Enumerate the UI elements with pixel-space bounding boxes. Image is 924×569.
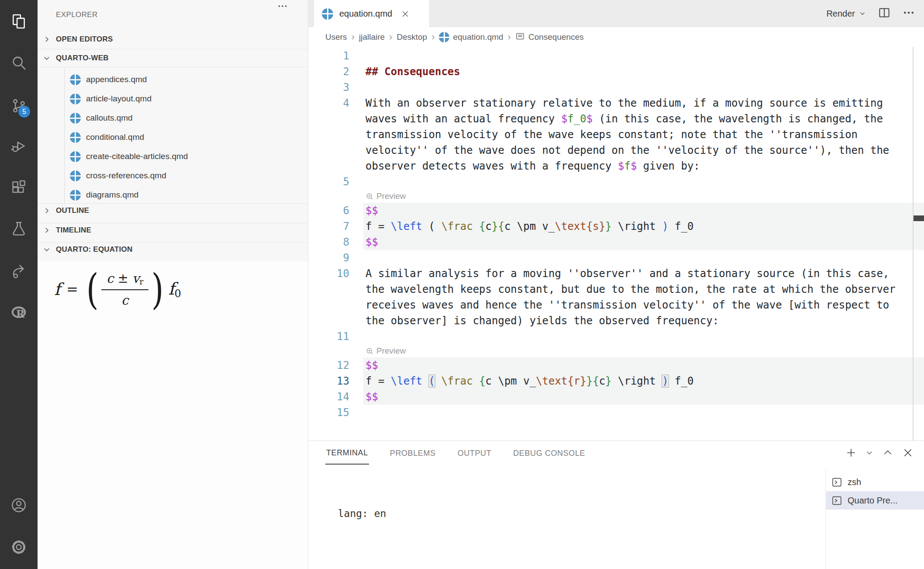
code-text[interactable]: transmission velocity of the wave keeps … bbox=[363, 127, 924, 142]
code-text[interactable]: the wavelength keeps constant, but due t… bbox=[363, 281, 924, 297]
codelens-preview[interactable]: Preview bbox=[363, 344, 924, 357]
code-row: 7f = \left ( \frac {c}{c \pm v_\text{s}}… bbox=[308, 219, 924, 234]
file-name: cross-references.qmd bbox=[86, 171, 166, 180]
tab-output[interactable]: OUTPUT bbox=[457, 443, 493, 464]
breadcrumb-jjallaire[interactable]: jjallaire bbox=[359, 32, 385, 42]
file-name: conditional.qmd bbox=[86, 132, 144, 142]
code-token: f_0 bbox=[669, 375, 694, 387]
file-list: appendices.qmdarticle-layout.qmdcallouts… bbox=[38, 70, 308, 205]
breadcrumb-users[interactable]: Users bbox=[325, 32, 347, 42]
code-text[interactable]: $$ bbox=[363, 234, 924, 250]
code-text[interactable]: f = \left ( \frac {c \pm v_\text{r}}{c} … bbox=[363, 373, 924, 389]
code-text[interactable] bbox=[363, 174, 924, 190]
code-text[interactable]: receives waves and hence the ''transmiss… bbox=[363, 297, 924, 313]
quarto-file-icon bbox=[70, 151, 81, 162]
code-text[interactable]: the observer] is changed) yields the obs… bbox=[363, 313, 924, 329]
line-number: 3 bbox=[308, 80, 349, 95]
section-timeline[interactable]: TIMELINE bbox=[38, 224, 308, 237]
codelens-preview[interactable]: Preview bbox=[363, 190, 924, 203]
scrollbar-track[interactable] bbox=[913, 47, 914, 441]
tab-problems[interactable]: PROBLEMS bbox=[389, 443, 437, 464]
file-item[interactable]: article-layout.qmd bbox=[38, 89, 308, 108]
section-quarto-equation[interactable]: QUARTO: EQUATION bbox=[38, 243, 308, 256]
testing-icon[interactable] bbox=[0, 217, 38, 241]
code-row: transmission velocity of the wave keeps … bbox=[308, 127, 924, 142]
breadcrumb-symbol[interactable]: Consequences bbox=[515, 31, 584, 43]
code-text[interactable] bbox=[363, 329, 924, 344]
render-button[interactable]: Render bbox=[826, 9, 866, 19]
code-token: ) bbox=[662, 220, 668, 232]
maximize-panel-icon[interactable] bbox=[882, 447, 893, 460]
code-row: 10A similar analysis for a moving ''obse… bbox=[308, 266, 924, 281]
code-text[interactable]: observer detects waves with a frequency … bbox=[363, 158, 924, 174]
quarto-file-icon bbox=[70, 113, 81, 124]
chevron-right-icon bbox=[43, 226, 51, 234]
code-text[interactable]: With an observer stationary relative to … bbox=[363, 95, 924, 111]
code-text[interactable]: $$ bbox=[363, 389, 924, 405]
live-share-icon[interactable] bbox=[0, 259, 38, 284]
code-text[interactable] bbox=[363, 250, 924, 266]
chevron-right-icon: › bbox=[508, 31, 511, 43]
code-token: $$ bbox=[365, 359, 378, 371]
file-item[interactable]: conditional.qmd bbox=[38, 128, 308, 147]
code-text[interactable]: waves with an actual frequency $f_0$ (in… bbox=[363, 111, 924, 127]
search-icon[interactable] bbox=[0, 51, 38, 75]
explorer-icon[interactable] bbox=[0, 9, 38, 34]
r-language-icon[interactable]: R bbox=[0, 301, 38, 325]
breadcrumb-desktop[interactable]: Desktop bbox=[396, 32, 427, 42]
terminal-output[interactable]: lang: en Output created: equation.html W… bbox=[326, 483, 519, 569]
source-control-icon[interactable]: 5 bbox=[0, 94, 38, 118]
tab-equation-qmd[interactable]: equation.qmd bbox=[314, 0, 430, 28]
settings-gear-icon[interactable] bbox=[0, 535, 38, 559]
code-text[interactable]: $$ bbox=[363, 203, 924, 219]
quarto-file-icon bbox=[322, 8, 333, 20]
code-token: ( bbox=[422, 220, 441, 232]
file-item[interactable]: appendices.qmd bbox=[38, 70, 308, 89]
code-token: transmission velocity of the wave keeps … bbox=[365, 128, 858, 141]
chevron-right-icon: › bbox=[431, 31, 434, 43]
right-paren: ) bbox=[152, 272, 164, 307]
code-text[interactable]: A similar analysis for a moving ''observ… bbox=[363, 266, 924, 281]
file-name: callouts.qmd bbox=[86, 113, 133, 123]
more-actions-icon[interactable] bbox=[902, 6, 915, 21]
terminal-instance-item[interactable]: zsh bbox=[826, 473, 924, 491]
run-debug-icon[interactable] bbox=[0, 134, 38, 158]
terminal-instance-item[interactable]: Quarto Pre... bbox=[826, 491, 924, 510]
close-icon[interactable] bbox=[399, 8, 411, 20]
code-row: waves with an actual frequency $f_0$ (in… bbox=[308, 111, 924, 127]
line-number bbox=[308, 158, 349, 174]
explorer-more-actions-icon[interactable] bbox=[275, 1, 290, 11]
split-editor-icon[interactable] bbox=[878, 6, 891, 21]
tab-debug-console[interactable]: DEBUG CONSOLE bbox=[512, 443, 586, 464]
code-text[interactable]: $$ bbox=[363, 357, 924, 373]
line-number: 14 bbox=[308, 389, 349, 405]
chevron-right-icon: › bbox=[389, 31, 392, 43]
code-text[interactable] bbox=[363, 80, 924, 95]
terminal-dropdown-icon[interactable] bbox=[865, 449, 873, 458]
source-control-badge: 5 bbox=[18, 106, 30, 118]
extensions-icon[interactable] bbox=[0, 175, 38, 200]
breadcrumb-file[interactable]: equation.qmd bbox=[439, 32, 503, 42]
code-text[interactable]: f = \left ( \frac {c}{c \pm v_\text{s}} … bbox=[363, 219, 924, 234]
line-number: 6 bbox=[308, 203, 349, 219]
code-text[interactable]: ## Consequences bbox=[363, 64, 924, 80]
section-open-editors[interactable]: OPEN EDITORS bbox=[38, 33, 308, 46]
line-number: 7 bbox=[308, 219, 349, 234]
code-text[interactable]: velocity'' of the wave does not depend o… bbox=[363, 142, 924, 158]
section-outline[interactable]: OUTLINE bbox=[38, 204, 308, 217]
code-text[interactable] bbox=[363, 48, 924, 64]
new-terminal-icon[interactable] bbox=[845, 447, 857, 460]
file-item[interactable]: create-citeable-articles.qmd bbox=[38, 147, 308, 166]
file-item[interactable]: callouts.qmd bbox=[38, 108, 308, 128]
file-item[interactable]: cross-references.qmd bbox=[38, 166, 308, 185]
left-paren: ( bbox=[86, 272, 99, 307]
section-quarto-web[interactable]: QUARTO-WEB bbox=[38, 52, 308, 65]
tab-terminal[interactable]: TERMINAL bbox=[325, 442, 369, 465]
codelens-row: Preview bbox=[308, 190, 924, 203]
file-item[interactable]: diagrams.qmd bbox=[38, 185, 308, 205]
code-text[interactable] bbox=[363, 405, 924, 420]
code-token bbox=[422, 375, 428, 387]
account-icon[interactable] bbox=[0, 493, 38, 517]
close-panel-icon[interactable] bbox=[902, 447, 914, 460]
line-number bbox=[308, 297, 349, 313]
